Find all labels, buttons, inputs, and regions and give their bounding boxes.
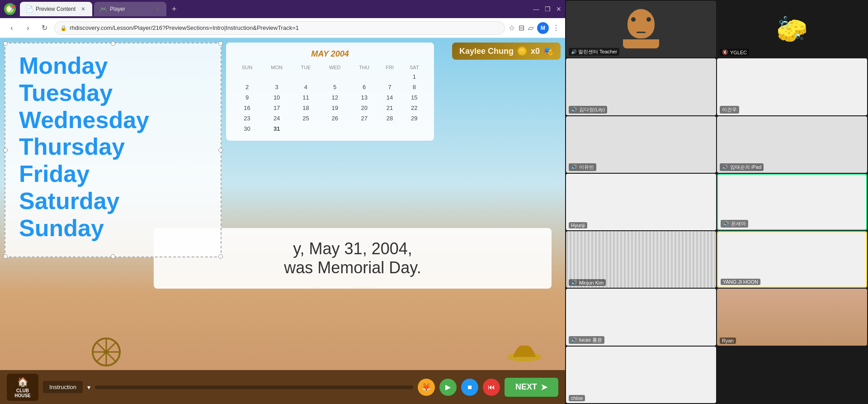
cal-cell — [378, 71, 401, 82]
cal-cell-empty5 — [401, 124, 427, 134]
bookmark-icon[interactable]: ☆ — [509, 24, 515, 32]
cal-cell-21: 21 — [378, 103, 401, 113]
participant-name-hyunji: Hyunji — [569, 222, 587, 228]
tab-player[interactable]: 🎮 Player ✕ — [94, 2, 166, 16]
cal-header-mon: MON — [261, 63, 292, 71]
next-label: NEXT — [515, 382, 537, 392]
handle-ml[interactable] — [3, 148, 8, 152]
progress-bar — [95, 385, 413, 389]
club-house-button[interactable]: 🏠 CLUB HOUSE — [7, 374, 38, 401]
day-saturday: Saturday — [19, 188, 207, 215]
cal-cell-7: 7 — [378, 82, 401, 92]
calendar-row-1: 1 — [233, 71, 427, 82]
title-bar-controls: — ❐ ✕ — [533, 5, 561, 13]
handle-tl[interactable] — [3, 41, 8, 46]
selection-box[interactable]: Monday Tuesday Wednesday Thursday Friday… — [5, 43, 222, 257]
cal-header-tue: TUE — [292, 63, 319, 71]
bottom-toolbar: 🏠 CLUB HOUSE Instruction ▾ 🦊 ▶ ■ ⏮ NEXT … — [0, 370, 565, 404]
maximize-button[interactable]: ❐ — [545, 5, 551, 13]
calendar-table: SUN MON TUE WED THU FRI SAT — [233, 63, 427, 134]
handle-bl[interactable] — [3, 254, 8, 259]
cal-cell — [292, 71, 319, 82]
title-bar: E 📄 Preview Content ✕ 🎮 Player ✕ + — ❐ ✕ — [0, 0, 565, 18]
cal-cell-19: 19 — [320, 103, 350, 113]
participant-name-chloe: chloe — [569, 395, 585, 401]
close-button[interactable]: ✕ — [556, 5, 561, 13]
avatar-icon: 🎭 — [543, 46, 553, 56]
participant-name-lily: 🔊 김다정(Lily) — [569, 106, 607, 114]
cal-cell-6: 6 — [350, 82, 378, 92]
next-button[interactable]: NEXT ➤ — [505, 378, 558, 397]
cal-cell-18: 18 — [292, 103, 319, 113]
participant-name-yglec: 🔇 YGLEC — [720, 49, 749, 56]
participant-tile-lily: 🔊 김다정(Lily) — [566, 58, 716, 115]
participant-tile-ryan: Ryan — [717, 289, 867, 345]
secure-icon: 🔒 — [60, 25, 67, 31]
fox-button[interactable]: 🦊 — [418, 379, 435, 396]
menu-icon[interactable]: ⋮ — [552, 24, 560, 32]
refresh-button[interactable]: ↻ — [38, 22, 51, 34]
cal-cell — [350, 71, 378, 82]
hyunji-video-placeholder — [566, 174, 716, 230]
handle-br[interactable] — [218, 254, 223, 259]
minimize-button[interactable]: — — [533, 5, 539, 13]
profile-button[interactable]: M — [537, 22, 549, 34]
forward-button[interactable]: › — [22, 22, 34, 34]
mic-teacher-icon: 🔊 — [571, 49, 576, 54]
calendar-title: MAY 2004 — [233, 49, 427, 59]
browser-window: E 📄 Preview Content ✕ 🎮 Player ✕ + — ❐ ✕… — [0, 0, 565, 404]
handle-bc[interactable] — [111, 254, 115, 259]
participant-tile-yglec: 🧽 🔇 YGLEC — [717, 1, 867, 57]
tab-player-close[interactable]: ✕ — [154, 5, 161, 13]
player-badge: Kaylee Chung 🪙 x0 🎭 — [452, 43, 561, 60]
next-arrow-icon: ➤ — [541, 382, 547, 392]
cast-icon[interactable]: ⊟ — [519, 24, 524, 32]
cal-cell-empty3 — [350, 124, 378, 134]
cal-cell-28: 28 — [378, 113, 401, 124]
mic-lucas-icon: 🔊 — [571, 337, 577, 343]
handle-tc[interactable] — [111, 41, 115, 46]
mic-iyubin-icon: 🔊 — [571, 164, 577, 170]
cowboy-hat — [506, 339, 542, 363]
participant-name-minjun: 🔊 Minjun Kim — [569, 279, 606, 286]
tab-preview-close[interactable]: ✕ — [80, 5, 87, 13]
dropdown-arrow[interactable]: ▾ — [87, 384, 90, 391]
address-bar: ‹ › ↻ 🔒 rhdiscovery.com/Lesson/Player/21… — [0, 18, 565, 38]
tab-preview-label: Preview Content — [36, 6, 75, 12]
handle-mr[interactable] — [218, 148, 223, 152]
club-label-1: CLUB — [16, 388, 29, 393]
cal-cell — [320, 71, 350, 82]
cal-header-thu: THU — [350, 63, 378, 71]
tab-preview-content[interactable]: 📄 Preview Content ✕ — [20, 2, 92, 16]
club-label-2: HOUSE — [14, 393, 31, 398]
cal-cell-4: 4 — [292, 82, 319, 92]
play-button[interactable]: ▶ — [439, 379, 457, 396]
day-friday: Friday — [19, 161, 207, 188]
ryan-video-placeholder — [717, 289, 867, 345]
rewind-button[interactable]: ⏮ — [483, 379, 500, 396]
calendar-header-row: SUN MON TUE WED THU FRI SAT — [233, 63, 427, 71]
url-bar[interactable]: 🔒 rhdiscovery.com/Lesson/Player/216?Prev… — [54, 21, 505, 35]
calendar-panel: MAY 2004 SUN MON TUE WED THU FRI SAT — [226, 43, 434, 141]
ikonu-video-placeholder — [717, 58, 867, 115]
mic-yglec-icon: 🔇 — [722, 49, 728, 55]
tab-player-label: Player — [110, 6, 125, 12]
participant-name-lucas: 🔊 lucas 홍윤 — [569, 336, 604, 344]
calendar-row-4: 16 17 18 19 20 21 22 — [233, 103, 427, 113]
new-tab-button[interactable]: + — [168, 5, 180, 14]
handle-tr[interactable] — [218, 41, 223, 46]
cal-cell — [261, 71, 292, 82]
tab-player-icon: 🎮 — [99, 5, 107, 13]
participant-name-ryan: Ryan — [720, 337, 736, 344]
cal-cell-29: 29 — [401, 113, 427, 124]
cal-header-sun: SUN — [233, 63, 261, 71]
stop-button[interactable]: ■ — [461, 379, 478, 396]
cal-cell-5: 5 — [320, 82, 350, 92]
mic-ipad-icon: 🔊 — [722, 164, 728, 170]
participant-tile-iyubin: 🔊 이유빈 — [566, 116, 716, 173]
split-icon[interactable]: ▱ — [528, 24, 533, 32]
browser-content: Kaylee Chung 🪙 x0 🎭 Monday Tuesday Wedne — [0, 38, 565, 404]
url-text: rhdiscovery.com/Lesson/Player/216?Previe… — [70, 24, 299, 31]
mic-minjun-icon: 🔊 — [571, 280, 577, 285]
back-button[interactable]: ‹ — [5, 22, 18, 34]
